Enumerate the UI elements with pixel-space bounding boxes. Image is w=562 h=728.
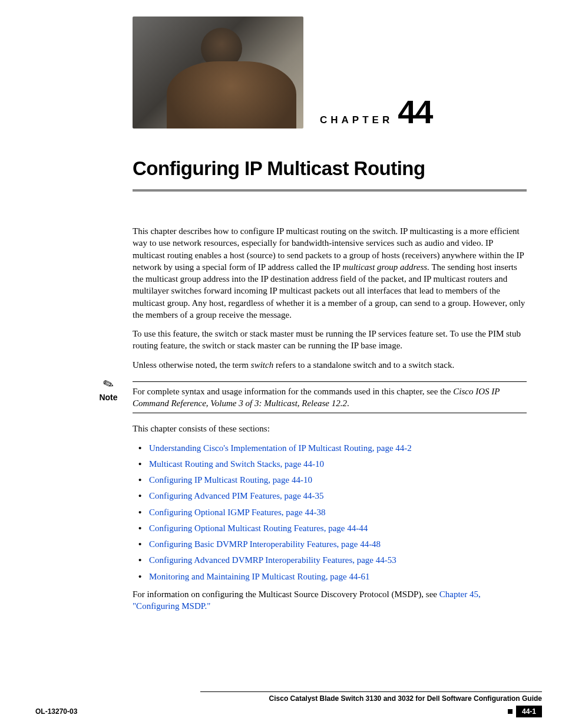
note-icon: ✎ (101, 376, 115, 392)
chapter-word: CHAPTER (320, 114, 393, 127)
intro-paragraph-2: To use this feature, the switch or stack… (133, 328, 527, 352)
document-page: CHAPTER 44 Configuring IP Multicast Rout… (0, 0, 562, 728)
title-row: Configuring IP Multicast Routing (133, 156, 527, 192)
section-link[interactable]: Configuring Basic DVMRP Interoperability… (149, 539, 381, 549)
note-text: For complete syntax and usage informatio… (133, 386, 527, 410)
list-item: Monitoring and Maintaining IP Multicast … (133, 571, 527, 582)
section-link[interactable]: Configuring Advanced DVMRP Interoperabil… (149, 555, 396, 565)
chapter-header-row: CHAPTER 44 (133, 17, 527, 129)
list-item: Configuring Basic DVMRP Interoperability… (133, 538, 527, 550)
list-item: Configuring Advanced PIM Features, page … (133, 490, 527, 502)
title-rule (133, 189, 527, 192)
intro-paragraph-3: Unless otherwise noted, the term switch … (133, 359, 527, 371)
term-switch: switch (251, 360, 273, 370)
note-label: Note (99, 392, 117, 403)
page-footer: Cisco Catalyst Blade Switch 3130 and 303… (35, 691, 542, 717)
list-item: Multicast Routing and Switch Stacks, pag… (133, 458, 527, 470)
section-link[interactable]: Configuring Advanced PIM Features, page … (149, 491, 324, 500)
intro-paragraph-1: This chapter describes how to configure … (133, 225, 527, 321)
section-link[interactable]: Monitoring and Maintaining IP Multicast … (149, 572, 369, 581)
list-item: Understanding Cisco's Implementation of … (133, 442, 527, 454)
chapter-label-block: CHAPTER 44 (320, 95, 432, 129)
list-item: Configuring IP Multicast Routing, page 4… (133, 474, 527, 486)
note-rule-bottom (133, 413, 527, 413)
section-link[interactable]: Multicast Routing and Switch Stacks, pag… (149, 459, 324, 469)
chapter-hero-image (133, 17, 303, 129)
section-link[interactable]: Configuring Optional IGMP Features, page… (149, 508, 325, 517)
page-number-badge: 44-1 (516, 706, 542, 717)
chapter-number: 44 (398, 95, 432, 129)
note-body: For complete syntax and usage informatio… (133, 378, 527, 414)
note-gutter: ✎ Note (91, 378, 125, 403)
body-column: This chapter describes how to configure … (133, 225, 527, 619)
section-link[interactable]: Configuring Optional Multicast Routing F… (149, 523, 368, 533)
text: For complete syntax and usage informatio… (133, 387, 453, 396)
page-title: Configuring IP Multicast Routing (133, 156, 527, 182)
guide-title: Cisco Catalyst Blade Switch 3130 and 303… (200, 691, 542, 703)
text: For information on configuring the Multi… (133, 589, 439, 599)
doc-id: OL-13270-03 (35, 707, 77, 716)
msdp-paragraph: For information on configuring the Multi… (133, 588, 527, 612)
text: Unless otherwise noted, the term (133, 360, 251, 370)
section-link[interactable]: Understanding Cisco's Implementation of … (149, 443, 412, 453)
term-multicast-group-address: multicast group address. (342, 262, 429, 272)
sections-intro: This chapter consists of these sections: (133, 423, 527, 434)
section-list: Understanding Cisco's Implementation of … (133, 442, 527, 582)
footer-row: OL-13270-03 44-1 (35, 706, 542, 717)
text: refers to a standalone switch and to a s… (273, 360, 454, 370)
list-item: Configuring Optional IGMP Features, page… (133, 506, 527, 518)
text: . (347, 398, 349, 408)
list-item: Configuring Advanced DVMRP Interoperabil… (133, 554, 527, 566)
note-rule-top (133, 381, 527, 382)
list-item: Configuring Optional Multicast Routing F… (133, 522, 527, 534)
section-link[interactable]: Configuring IP Multicast Routing, page 4… (149, 475, 312, 485)
note-block: ✎ Note For complete syntax and usage inf… (91, 378, 527, 414)
